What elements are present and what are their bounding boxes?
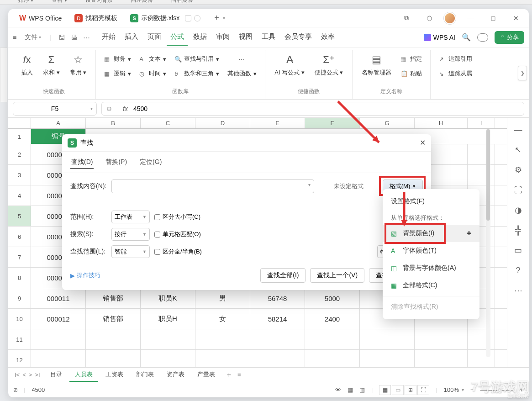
cell[interactable]: 5000	[305, 288, 360, 308]
row-header[interactable]: 4	[8, 185, 31, 206]
finance-button[interactable]: ▦财务 ▾	[102, 52, 133, 66]
dialog-tab-locate[interactable]: 定位(G)	[139, 156, 163, 169]
trace-ref-button[interactable]: ↗追踪引用	[437, 52, 474, 66]
col-header-C[interactable]: C	[141, 118, 195, 128]
row-header[interactable]: 1	[8, 129, 31, 144]
grid-icon1[interactable]: ▦	[348, 386, 353, 393]
cell[interactable]: 男	[195, 288, 250, 308]
sheet-list-icon[interactable]: ≡	[237, 371, 241, 378]
tab-insert[interactable]: 插入	[121, 29, 142, 46]
cell[interactable]: 000012	[31, 309, 86, 329]
side-cursor-icon[interactable]: ↖	[513, 144, 524, 155]
side-more-icon[interactable]: ⋯	[513, 285, 524, 296]
scope-select[interactable]: 工作表▼	[111, 211, 150, 223]
avatar[interactable]	[444, 12, 456, 24]
ribbon-scroll-right[interactable]: ❯	[518, 66, 527, 80]
sheet-tab[interactable]: 目录	[45, 368, 68, 382]
sheet-tab[interactable]: 产量表	[192, 368, 221, 382]
wps-ai-button[interactable]: WPS AI	[424, 34, 455, 41]
file-menu[interactable]: 文件▾	[21, 32, 45, 43]
sheet-tab[interactable]: 资产表	[161, 368, 190, 382]
cell[interactable]: 58214	[250, 309, 305, 329]
cell[interactable]	[305, 329, 360, 349]
cell[interactable]: 2400	[305, 309, 360, 329]
cell[interactable]	[468, 350, 495, 367]
col-header-H[interactable]: H	[415, 118, 468, 128]
side-minus-icon[interactable]: —	[513, 124, 524, 135]
app-tab-daoqiao[interactable]: D找稻壳模板	[68, 11, 124, 26]
add-sheet-button[interactable]: +	[222, 371, 236, 379]
name-box[interactable]: F5▾	[13, 102, 97, 116]
app-tab-wps[interactable]: WWPS Office	[13, 11, 68, 26]
app-tab-file[interactable]: S示例数据.xlsx	[124, 11, 207, 26]
cell[interactable]	[141, 329, 195, 349]
dialog-tab-replace[interactable]: 替换(P)	[105, 156, 128, 169]
cell[interactable]	[86, 329, 141, 349]
text-button[interactable]: A文本 ▾	[137, 52, 168, 66]
col-header-I[interactable]: I	[468, 118, 495, 128]
dialog-close-button[interactable]: ✕	[420, 138, 426, 147]
name-manager-button[interactable]: ▤名称管理器	[359, 52, 394, 80]
cell[interactable]	[31, 350, 86, 367]
dialog-tab-find[interactable]: 查找(D)	[70, 156, 94, 169]
ai-formula-button[interactable]: A̵AI 写公式 ▾	[272, 52, 307, 79]
maximize-button[interactable]: □	[485, 11, 501, 25]
cell[interactable]	[360, 350, 415, 367]
tips-link[interactable]: ▶操作技巧	[70, 271, 100, 280]
row-header[interactable]: 10	[8, 309, 31, 329]
share-button[interactable]: ⇧ 分享	[495, 31, 524, 44]
print-icon[interactable]: 🖶	[71, 33, 78, 42]
tab-view[interactable]: 视图	[235, 29, 256, 46]
cell[interactable]: 销售部	[86, 288, 141, 308]
fx-icon[interactable]: fx	[123, 105, 128, 112]
sheet-tab[interactable]: 部门表	[131, 368, 159, 382]
view-normal[interactable]: ▦	[379, 385, 391, 395]
side-screenshot-icon[interactable]: ⛶	[513, 185, 524, 195]
dd-both-color[interactable]: ◫背景与字体颜色(A)	[383, 259, 479, 277]
cell[interactable]	[468, 144, 495, 164]
cell[interactable]	[415, 329, 468, 349]
copy-icon[interactable]: ⧉	[398, 11, 415, 25]
cell[interactable]: 女	[195, 309, 250, 329]
cell[interactable]	[250, 350, 305, 367]
dd-bg-color[interactable]: ▧背景颜色(I)✚	[383, 225, 479, 242]
dd-font-color[interactable]: A字体颜色(T)	[383, 242, 479, 259]
sheet-first-icon[interactable]: I<	[15, 371, 20, 378]
row-header[interactable]: 6	[8, 227, 31, 247]
col-header-B[interactable]: B	[86, 118, 141, 128]
row-header[interactable]: 5	[8, 206, 31, 226]
cell[interactable]	[250, 329, 305, 349]
cell[interactable]	[141, 350, 195, 367]
assign-button[interactable]: ▦指定	[399, 52, 424, 66]
insert-fn-button[interactable]: fx插入	[18, 52, 36, 79]
side-help-icon[interactable]: ?	[513, 265, 524, 276]
cell[interactable]	[468, 329, 495, 349]
view-page[interactable]: ▭	[392, 385, 404, 395]
cell[interactable]: 56748	[250, 288, 305, 308]
sheet-prev-icon[interactable]: <	[22, 371, 26, 378]
side-settings-icon[interactable]: ⚙	[513, 164, 524, 175]
tab-member[interactable]: 会员专享	[281, 29, 316, 46]
tab-page[interactable]: 页面	[144, 29, 165, 46]
sheet-tab[interactable]: 工资表	[100, 368, 129, 382]
whole-checkbox[interactable]: 单元格匹配(O)	[154, 230, 201, 238]
hamburger-icon[interactable]: ≡	[13, 34, 16, 41]
cell[interactable]	[415, 350, 468, 367]
other-fn-button[interactable]: 其他函数 ▾	[226, 67, 258, 80]
find-input[interactable]	[111, 179, 314, 193]
easy-formula-button[interactable]: Σ⁺便捷公式 ▾	[312, 52, 346, 79]
cell[interactable]	[195, 329, 250, 349]
zoom-in[interactable]: +	[520, 386, 523, 393]
cell[interactable]	[305, 350, 360, 367]
case-checkbox[interactable]: 区分大小写(C)	[154, 213, 200, 221]
cell[interactable]: 销售部	[86, 309, 141, 329]
sheet-next-icon[interactable]: >	[29, 371, 32, 378]
cell[interactable]	[195, 350, 250, 367]
dd-all-format[interactable]: ▦全部格式(C)	[383, 277, 479, 294]
tab-formula[interactable]: 公式	[167, 29, 188, 46]
col-header-D[interactable]: D	[195, 118, 250, 128]
tab-tools[interactable]: 工具	[258, 29, 279, 46]
cell[interactable]	[468, 165, 495, 185]
search-icon[interactable]: 🔍	[462, 33, 471, 42]
more-fn-icon[interactable]: ⋯	[237, 52, 248, 66]
